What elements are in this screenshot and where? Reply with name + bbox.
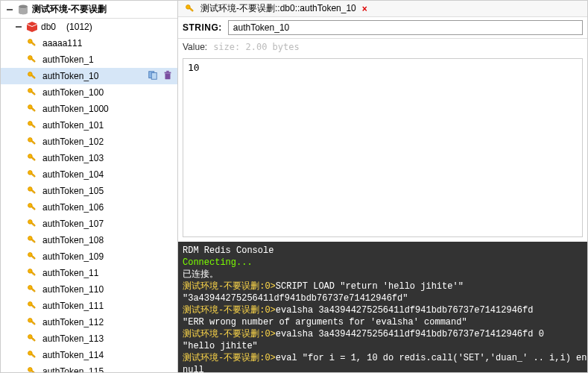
svg-rect-47 <box>31 370 36 372</box>
svg-rect-37 <box>31 288 36 292</box>
key-label: authToken_10 <box>42 71 143 81</box>
tree-item[interactable]: authToken_108 <box>1 232 177 248</box>
key-icon <box>26 300 38 312</box>
tree-item[interactable]: authToken_1 <box>1 51 177 68</box>
key-icon <box>26 201 38 213</box>
tree-item[interactable]: authToken_104 <box>1 166 177 183</box>
tree-item[interactable]: authToken_11 <box>1 265 177 281</box>
tree-item[interactable]: authToken_103 <box>1 150 177 166</box>
key-label: authToken_108 <box>42 235 173 245</box>
key-label: authToken_1 <box>42 54 173 65</box>
key-icon <box>184 3 196 15</box>
svg-rect-49 <box>189 7 194 11</box>
value-header: Value: size: 2.00 bytes <box>178 39 587 55</box>
tree-item[interactable]: authToken_10 <box>1 68 177 84</box>
tree-item[interactable]: authToken_113 <box>1 330 177 347</box>
tree-item[interactable]: authToken_114 <box>1 347 177 363</box>
root-label: 测试环境-不要误删 <box>32 3 107 16</box>
tab-close-icon[interactable]: × <box>362 4 367 14</box>
key-label: authToken_112 <box>42 317 173 327</box>
key-icon <box>26 349 38 361</box>
tree-item[interactable]: aaaaa111 <box>1 35 177 51</box>
key-icon <box>26 234 38 246</box>
key-icon <box>26 251 38 263</box>
svg-rect-10 <box>165 72 171 73</box>
key-label: authToken_100 <box>42 87 173 98</box>
svg-rect-27 <box>31 206 36 210</box>
app: 测试环境-不要误删 db0 (1012) aaaaa111authToken_1… <box>0 0 588 373</box>
tree-item[interactable]: authToken_111 <box>1 298 177 314</box>
tabbar: 测试环境-不要误删::db0::authToken_10 × <box>178 1 587 17</box>
sidebar: 测试环境-不要误删 db0 (1012) aaaaa111authToken_1… <box>1 1 178 372</box>
key-icon <box>26 152 38 164</box>
key-header: STRING: <box>178 17 587 39</box>
key-label: authToken_113 <box>42 333 173 344</box>
db-label: db0 <box>41 22 56 32</box>
svg-rect-2 <box>31 42 36 46</box>
tree-item[interactable]: authToken_101 <box>1 117 177 134</box>
key-icon <box>26 283 38 295</box>
tree-item[interactable]: authToken_102 <box>1 134 177 150</box>
key-label: authToken_107 <box>42 219 173 229</box>
svg-rect-15 <box>31 107 36 111</box>
key-icon <box>26 366 38 372</box>
svg-rect-45 <box>31 354 36 357</box>
key-icon <box>26 54 38 66</box>
tree-root[interactable]: 测试环境-不要误删 <box>1 1 177 19</box>
type-label: STRING: <box>183 22 222 33</box>
key-label: authToken_109 <box>42 251 173 262</box>
svg-rect-19 <box>31 140 36 144</box>
tree-item[interactable]: authToken_112 <box>1 314 177 330</box>
key-name-input[interactable] <box>228 20 583 35</box>
tree-item[interactable]: authToken_110 <box>1 281 177 298</box>
svg-rect-43 <box>31 337 36 341</box>
svg-rect-31 <box>31 239 36 242</box>
tree-item[interactable]: authToken_109 <box>1 248 177 265</box>
svg-rect-13 <box>31 91 36 95</box>
key-icon <box>26 136 38 148</box>
key-icon <box>26 103 38 115</box>
tree-item[interactable]: authToken_100 <box>1 84 177 101</box>
size-hint: size: 2.00 bytes <box>213 42 300 52</box>
db-count: (1012) <box>66 22 92 32</box>
collapse-icon[interactable] <box>14 22 23 31</box>
svg-rect-9 <box>165 73 171 79</box>
key-icon <box>26 218 38 230</box>
svg-rect-4 <box>31 58 36 62</box>
tree-item[interactable]: authToken_105 <box>1 183 177 199</box>
svg-rect-17 <box>31 124 36 128</box>
collapse-icon[interactable] <box>5 5 14 14</box>
value-box[interactable]: 10 <box>183 58 583 237</box>
main: 测试环境-不要误删::db0::authToken_10 × STRING: V… <box>178 1 587 372</box>
key-label: authToken_106 <box>42 202 173 213</box>
tree-db[interactable]: db0 (1012) <box>1 19 177 35</box>
tab-title[interactable]: 测试环境-不要误删::db0::authToken_10 <box>200 2 356 15</box>
db-icon <box>26 21 38 33</box>
key-label: authToken_1000 <box>42 104 173 114</box>
key-icon <box>26 119 38 131</box>
svg-rect-6 <box>31 75 36 78</box>
delete-icon[interactable] <box>162 70 173 83</box>
tree-item[interactable]: authToken_1000 <box>1 101 177 117</box>
key-icon <box>26 169 38 181</box>
tree-item[interactable]: authToken_106 <box>1 199 177 216</box>
svg-rect-33 <box>31 255 36 259</box>
rename-icon[interactable] <box>148 70 158 83</box>
svg-rect-35 <box>31 272 36 275</box>
key-label: authToken_115 <box>42 366 173 372</box>
key-icon <box>26 37 38 49</box>
key-icon <box>26 70 38 82</box>
key-icon <box>26 185 38 197</box>
value-label: Value: <box>183 42 207 52</box>
key-label: authToken_11 <box>42 268 173 278</box>
svg-rect-41 <box>31 321 36 325</box>
tree-item[interactable]: authToken_115 <box>1 363 177 372</box>
console[interactable]: RDM Redis ConsoleConnecting...已连接。测试环境-不… <box>178 242 587 372</box>
key-label: authToken_111 <box>42 301 173 311</box>
key-icon <box>26 267 38 279</box>
key-label: authToken_105 <box>42 186 173 196</box>
tree-item[interactable]: authToken_107 <box>1 216 177 232</box>
svg-rect-8 <box>151 72 157 79</box>
key-icon <box>26 87 38 98</box>
key-label: authToken_103 <box>42 153 173 163</box>
